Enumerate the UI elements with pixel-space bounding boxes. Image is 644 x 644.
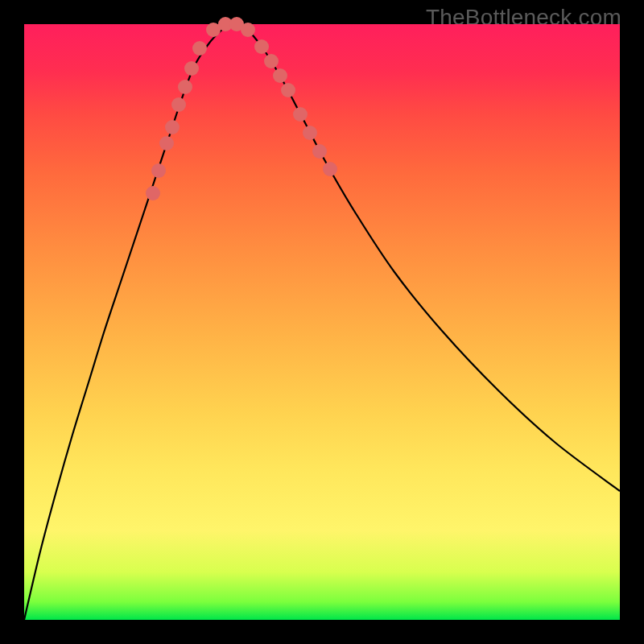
curve-marker — [312, 144, 327, 159]
curve-marker — [281, 83, 295, 97]
curve-marker — [293, 107, 308, 122]
curve-marker — [171, 97, 186, 112]
chart-svg — [24, 24, 620, 620]
curve-marker — [254, 39, 269, 54]
curve-marker — [146, 186, 160, 200]
curve-markers — [146, 17, 337, 200]
curve-marker — [273, 68, 287, 83]
curve-marker — [184, 61, 199, 76]
curve-marker — [178, 80, 192, 94]
plot-area — [24, 24, 620, 620]
curve-marker — [303, 126, 317, 140]
bottleneck-curve — [24, 24, 620, 620]
curve-marker — [192, 41, 207, 56]
curve-marker — [264, 54, 279, 68]
chart-frame: TheBottleneck.com — [0, 0, 644, 644]
curve-marker — [159, 136, 174, 151]
curve-marker — [241, 23, 255, 37]
curve-marker — [151, 163, 166, 178]
curve-marker — [323, 162, 337, 176]
curve-marker — [165, 120, 180, 134]
